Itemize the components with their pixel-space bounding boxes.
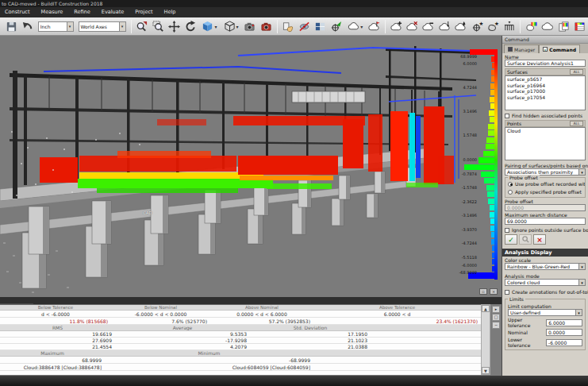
- upper-tolerance-input[interactable]: 6.0000: [546, 319, 582, 326]
- menu-project[interactable]: Project: [130, 7, 157, 17]
- tab-manager[interactable]: Manager: [504, 44, 539, 53]
- max-search-input[interactable]: 69.0000: [505, 218, 586, 225]
- find-hidden-checkbox-row[interactable]: Find hidden associated points: [502, 113, 588, 118]
- application-window: to CAD-moved - BuildIT Construction 2018…: [0, 0, 588, 386]
- cloud-delete-button[interactable]: [405, 19, 419, 34]
- checkbox-icon[interactable]: [505, 114, 509, 118]
- surfaces-header: Surfaces ALL: [505, 68, 586, 75]
- scroll-up-icon[interactable]: ▲: [482, 305, 490, 312]
- list-item[interactable]: surface_p17000: [505, 88, 585, 95]
- panel-caption[interactable]: Command: [502, 36, 588, 44]
- shaded-view-button[interactable]: ▾: [199, 19, 219, 34]
- table-color-icon: [574, 21, 586, 33]
- cloud-extract-button[interactable]: [454, 19, 468, 34]
- cloud-plumb-button[interactable]: [437, 19, 452, 34]
- points-all-button[interactable]: ALL: [570, 121, 583, 126]
- limit-computation-select[interactable]: User-defined ▾: [508, 309, 582, 316]
- menu-help[interactable]: Help: [159, 7, 181, 17]
- lower-tolerance-row: Lower tolerance -6.0000: [505, 336, 585, 348]
- camera-button[interactable]: [243, 19, 257, 34]
- camera-record-button[interactable]: [259, 19, 273, 34]
- cloud-color-icon: [541, 21, 553, 33]
- menu-construct[interactable]: Construct: [0, 7, 34, 17]
- cloud-flag-icon: [368, 21, 380, 33]
- analysis-display-header: Analysis Display: [502, 249, 588, 257]
- probe-offset-button[interactable]: [329, 19, 344, 34]
- preview-button[interactable]: [519, 234, 532, 245]
- menu-refine[interactable]: Refine: [69, 7, 94, 17]
- chevron-down-icon: ▾: [119, 22, 125, 31]
- command-actions: ✓ ×: [502, 233, 588, 246]
- panel-tabs: Manager ▸ Command: [502, 44, 588, 53]
- viewport-restore-button[interactable]: ▫: [479, 288, 487, 295]
- table-row: RMS Average Std. Deviation: [0, 325, 481, 331]
- annotations-checkbox-row[interactable]: Create annotations for out-of-tolerance …: [502, 289, 588, 295]
- menu-measure[interactable]: Measure: [37, 7, 68, 17]
- scroll-down-icon[interactable]: ▼: [482, 367, 490, 374]
- ignore-outside-checkbox-row[interactable]: Ignore points outside surface boundary: [502, 227, 588, 233]
- name-input[interactable]: Surface Deviation Analysis1: [505, 60, 586, 67]
- hide-button[interactable]: [297, 19, 311, 34]
- radio-icon[interactable]: [508, 182, 513, 187]
- list-item[interactable]: surface_p5657: [505, 76, 585, 83]
- list-item[interactable]: surface_p17054: [505, 95, 585, 101]
- zoom-dynamic-button[interactable]: [135, 19, 149, 34]
- tab-command[interactable]: ▸ Command: [539, 44, 580, 53]
- table-color-button[interactable]: [572, 19, 586, 34]
- levels-button[interactable]: [313, 19, 327, 34]
- list-item[interactable]: Cloud: [505, 128, 585, 134]
- spreadsheet-tabbar: readsheet: [0, 297, 502, 304]
- rotate-button[interactable]: [183, 19, 198, 34]
- table-row: 27.6909 -17.9298 21.1023: [0, 338, 481, 344]
- checkbox-icon[interactable]: [505, 228, 509, 233]
- color-scale-select[interactable]: Rainbow - Blue-Green-Red ▾: [505, 263, 586, 270]
- radio-apply-specified[interactable]: Apply specified probe offset: [505, 189, 585, 195]
- probe-star-button[interactable]: ★: [470, 19, 484, 34]
- undo-button[interactable]: [20, 19, 34, 34]
- wireframe-view-cube-icon: [224, 21, 236, 33]
- zoom-dynamic-icon: [136, 21, 148, 33]
- list-item[interactable]: surface_p16964: [505, 83, 585, 89]
- table-scrollbar[interactable]: ▲ ▼: [481, 304, 490, 375]
- compare-color-button[interactable]: [556, 19, 571, 34]
- cloud-flag-button[interactable]: [367, 19, 381, 34]
- viewport-3d[interactable]: CAD 68.99996.00004.72443.14961.57480.000…: [0, 36, 502, 297]
- points-list[interactable]: Cloud: [505, 127, 586, 160]
- apply-button[interactable]: ✓: [505, 234, 517, 245]
- comb-button[interactable]: [502, 19, 517, 34]
- probe-offset-input[interactable]: 0.0000: [505, 204, 586, 211]
- save-button[interactable]: [4, 19, 18, 34]
- dock-float-button[interactable]: ▸: [492, 306, 500, 313]
- menu-evaluate[interactable]: Evaluate: [97, 7, 129, 17]
- radio-use-recorded[interactable]: Use probe offset recorded with measureme…: [505, 181, 585, 187]
- surfaces-all-button[interactable]: ALL: [570, 69, 583, 75]
- radio-icon[interactable]: [508, 190, 513, 195]
- cloud-add-button[interactable]: [389, 19, 403, 34]
- lower-tolerance-input[interactable]: -6.0000: [546, 339, 582, 346]
- deviation-colorbar: 68.99996.00004.72443.14961.57480.0000-0.…: [461, 49, 498, 280]
- zoom-window-button[interactable]: [151, 19, 165, 34]
- analysis-mode-select[interactable]: Colored cloud ▾: [505, 279, 586, 286]
- dock-minimize-button[interactable]: −: [492, 322, 500, 329]
- nominal-label: Nominal: [508, 330, 528, 335]
- cancel-button[interactable]: ×: [533, 234, 546, 245]
- dock-restore-button[interactable]: □: [492, 314, 500, 321]
- surfaces-list[interactable]: surface_p5657 surface_p16964 surface_p17…: [505, 75, 586, 110]
- grab-object-button[interactable]: [281, 19, 295, 34]
- axes-select[interactable]: World Axes ▾: [79, 21, 126, 32]
- viewport-close-button[interactable]: ×: [490, 288, 498, 295]
- pan-button[interactable]: [167, 19, 181, 34]
- checkbox-icon[interactable]: [505, 290, 509, 295]
- chevron-down-icon: ▾: [214, 24, 217, 29]
- cloud-color-button[interactable]: [540, 19, 555, 34]
- unit-select[interactable]: Inch ▾: [38, 21, 74, 32]
- region-star-button[interactable]: ★: [486, 19, 500, 34]
- cloud-subtract-button[interactable]: [421, 19, 436, 34]
- cloud-menu-button[interactable]: ▾: [345, 19, 365, 34]
- save-icon: [6, 21, 17, 33]
- limits-group: Limits Limit computation User-defined ▾ …: [505, 299, 586, 350]
- region-color-button[interactable]: [524, 19, 538, 34]
- wireframe-view-button[interactable]: ▾: [221, 19, 240, 34]
- axes-value: World Axes: [81, 24, 107, 29]
- nominal-input[interactable]: 0.0000: [546, 329, 582, 336]
